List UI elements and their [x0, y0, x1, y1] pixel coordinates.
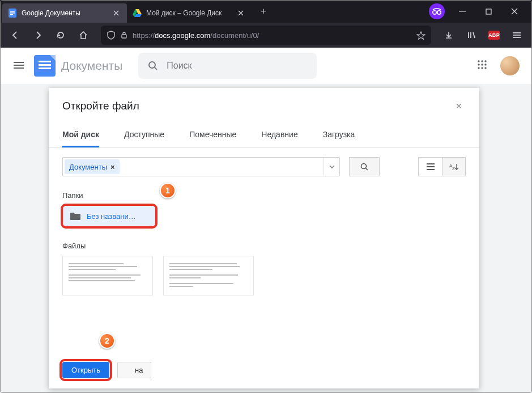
- tab-recent[interactable]: Недавние: [261, 123, 297, 147]
- svg-point-23: [481, 64, 483, 65]
- dialog-tabs: Мой диск Доступные Помеченные Недавние З…: [49, 123, 479, 148]
- shield-icon: [107, 31, 116, 40]
- tab-strip: Google Документы Мой диск – Google Диск …: [0, 0, 532, 23]
- svg-rect-31: [427, 169, 435, 170]
- tab-label: Google Документы: [22, 9, 107, 17]
- folders-label: Папки: [62, 191, 466, 200]
- app-title: Документы: [61, 59, 122, 73]
- home-button[interactable]: [74, 26, 93, 45]
- svg-rect-10: [486, 9, 491, 14]
- tab-google-docs[interactable]: Google Документы: [2, 3, 127, 23]
- tab-shared[interactable]: Доступные: [124, 123, 164, 147]
- new-tab-button[interactable]: +: [255, 3, 272, 20]
- svg-point-20: [481, 60, 483, 62]
- svg-rect-30: [427, 166, 435, 167]
- folder-name: Без названи…: [87, 212, 148, 221]
- chip-remove-icon[interactable]: ×: [110, 163, 115, 171]
- drive-favicon: [133, 9, 142, 18]
- svg-rect-1: [10, 11, 15, 12]
- svg-point-7: [433, 11, 436, 14]
- tab-starred[interactable]: Помеченные: [189, 123, 236, 147]
- svg-point-21: [484, 60, 486, 62]
- forward-button[interactable]: [28, 26, 48, 45]
- svg-point-24: [484, 64, 486, 65]
- svg-rect-13: [513, 35, 521, 36]
- svg-point-28: [361, 164, 367, 169]
- tab-close-icon[interactable]: [111, 8, 121, 18]
- svg-point-18: [149, 62, 155, 68]
- search-placeholder: Поиск: [167, 61, 191, 71]
- incognito-icon: [429, 3, 445, 19]
- svg-rect-29: [427, 163, 435, 164]
- open-button[interactable]: Открыть: [62, 362, 109, 378]
- window-maximize[interactable]: [475, 0, 501, 23]
- dialog-title: Откройте файл: [62, 100, 452, 112]
- svg-point-22: [478, 64, 479, 65]
- list-view-button[interactable]: [418, 157, 442, 176]
- tab-label: Мой диск – Google Диск: [146, 9, 231, 17]
- search-bar[interactable]: Поиск: [138, 53, 316, 79]
- lock-icon: [120, 31, 128, 39]
- address-bar[interactable]: https://docs.google.com/document/u/0/: [101, 26, 431, 45]
- svg-point-27: [484, 67, 486, 69]
- svg-point-19: [478, 60, 479, 62]
- tab-upload[interactable]: Загрузка: [323, 123, 355, 147]
- file-thumbnail[interactable]: [163, 256, 254, 295]
- docs-favicon: [8, 9, 17, 18]
- docs-header: Документы Поиск: [0, 48, 532, 84]
- tab-close-icon[interactable]: [236, 8, 246, 18]
- toolbar: https://docs.google.com/document/u/0/ AB…: [0, 23, 532, 48]
- file-thumbnail[interactable]: [62, 256, 153, 295]
- window-close[interactable]: [501, 0, 527, 23]
- search-icon: [147, 60, 159, 71]
- dialog-footer: Открыть на: [49, 355, 479, 388]
- callout-2: 2: [99, 333, 115, 349]
- tab-google-drive[interactable]: Мой диск – Google Диск: [127, 3, 252, 23]
- svg-rect-17: [14, 67, 24, 69]
- svg-rect-15: [14, 62, 24, 63]
- svg-rect-2: [10, 12, 15, 14]
- filter-chip[interactable]: Документы ×: [65, 159, 120, 174]
- menu-icon[interactable]: [12, 59, 26, 73]
- search-button[interactable]: [349, 157, 380, 176]
- files-label: Файлы: [62, 242, 466, 250]
- back-button[interactable]: [6, 26, 25, 45]
- abp-button[interactable]: ABP: [484, 26, 504, 45]
- apps-icon[interactable]: [476, 59, 490, 73]
- window-minimize[interactable]: [449, 0, 475, 23]
- filter-input[interactable]: [121, 158, 324, 176]
- sort-button[interactable]: AZ: [442, 157, 466, 176]
- library-button[interactable]: [462, 26, 481, 45]
- downloads-button[interactable]: [439, 26, 458, 45]
- svg-rect-9: [459, 11, 466, 12]
- svg-rect-3: [10, 14, 13, 15]
- url-text: https://docs.google.com/document/u/0/: [133, 31, 412, 40]
- docs-logo[interactable]: [34, 55, 56, 77]
- svg-point-25: [478, 67, 479, 69]
- svg-point-26: [481, 67, 483, 69]
- svg-rect-14: [513, 37, 521, 38]
- svg-text:Z: Z: [452, 166, 455, 171]
- svg-point-8: [437, 11, 441, 14]
- folder-icon: [70, 212, 81, 221]
- dialog-close-button[interactable]: ✕: [452, 99, 466, 113]
- folder-item[interactable]: Без названи…: [62, 205, 156, 227]
- svg-rect-12: [513, 32, 521, 33]
- file-list[interactable]: Папки Без названи… Файлы: [49, 182, 479, 355]
- account-avatar[interactable]: [500, 56, 520, 75]
- bookmark-icon[interactable]: [416, 31, 425, 40]
- svg-rect-11: [122, 35, 126, 38]
- tab-my-drive[interactable]: Мой диск: [62, 123, 99, 147]
- menu-button[interactable]: [507, 26, 526, 45]
- cancel-button[interactable]: на: [117, 362, 151, 378]
- callout-1: 1: [160, 183, 176, 198]
- filter-chip-label: Документы: [69, 163, 107, 171]
- reload-button[interactable]: [51, 26, 70, 45]
- chevron-down-icon[interactable]: [324, 158, 339, 176]
- filter-dropdown[interactable]: Документы ×: [62, 157, 340, 176]
- svg-rect-16: [14, 65, 24, 66]
